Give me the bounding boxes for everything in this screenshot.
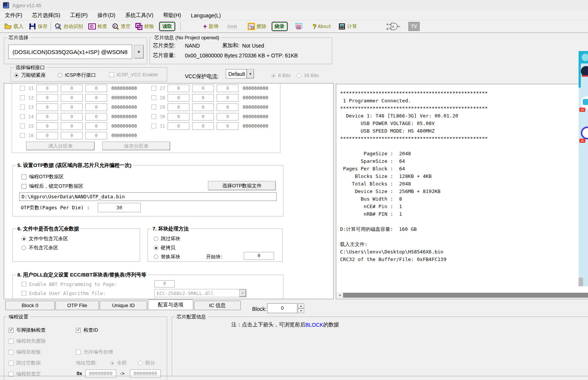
redundant-include-radio[interactable]: 文件中包含冗余区 (22, 235, 68, 242)
partition-value-input: 0 (85, 122, 107, 130)
pin-check-checkbox[interactable]: 引脚接触检查 (9, 327, 46, 334)
burn-button[interactable]: 烧录 (272, 22, 288, 31)
redundant-exclude-radio-circle[interactable] (22, 246, 26, 250)
menu-language[interactable]: Language(L) (186, 11, 226, 20)
log-panel: ****************************************… (336, 84, 588, 299)
svg-text:Y: Y (399, 25, 400, 28)
choose-otp-file-button[interactable]: 选择OTP数据文件 (208, 181, 276, 190)
add-button[interactable]: + 新增 (203, 23, 219, 31)
otp-path-input[interactable]: D:\Xgpro\UserData\NAND\OTP_data.bin (19, 192, 277, 201)
toolbar: 载入 保存 自动识别 ID 检查 F 查空 校验 读取 + 新增 RAM 擦除 … (0, 20, 588, 33)
partition-value-input: 0 (36, 132, 58, 139)
tab-block0[interactable]: Block 0 (5, 301, 55, 310)
tv-label: TV (411, 24, 417, 29)
chip-icon (295, 23, 303, 30)
chip-info-group-label: 芯片信息 (No Project opened) (153, 34, 221, 41)
erase-button[interactable]: 擦除 (248, 23, 266, 30)
replace-badblock-radio-circle[interactable] (154, 255, 158, 259)
auto-identify-button[interactable]: 自动识别 (54, 23, 83, 30)
partition-value-input: 0 (36, 94, 58, 102)
side-panel-app-icon-1[interactable] (581, 96, 588, 109)
verify-button[interactable]: 校验 (135, 23, 154, 30)
check-id-button[interactable]: ID 检查 (88, 23, 107, 30)
folder-open-icon (5, 23, 12, 30)
replace-badblock-radio[interactable]: 替换坏块 (154, 253, 180, 260)
logic-gate-button[interactable]: AB&Y (386, 22, 400, 31)
auto-increment-label: 允许编号自增 (83, 349, 113, 355)
blank-check-button[interactable]: F 查空 (112, 23, 131, 30)
tab-ic-info[interactable]: IC 信息 (194, 301, 241, 310)
id-check-checkbox[interactable]: 检查ID (76, 327, 98, 334)
tv-button[interactable]: TV (408, 22, 420, 31)
calc-button[interactable]: 计算 (338, 23, 357, 30)
partition-value-input: 0 (85, 94, 107, 102)
socket-radio[interactable]: 万能锁紧座 (14, 72, 46, 79)
socket-radio-circle[interactable] (14, 73, 18, 77)
hardcopy-radio[interactable]: 硬拷贝 (154, 244, 175, 251)
tab-unique-id[interactable]: Unique ID (100, 301, 147, 310)
scroll-left-arrow[interactable]: ◄ (337, 292, 343, 298)
menu-chip-select[interactable]: 芯片选择(S) (27, 11, 65, 20)
scrollbar-thumb[interactable] (343, 293, 588, 298)
hardcopy-radio-circle[interactable] (154, 246, 158, 250)
save-button[interactable]: 保存 (29, 23, 48, 30)
tab-config-options[interactable]: 配置与选项 (148, 300, 193, 310)
side-panel-pill-icon[interactable] (582, 54, 588, 61)
chip-tool-button[interactable] (295, 23, 303, 30)
tab-otp-file[interactable]: OTP File (55, 301, 99, 310)
otp-lock-checkbox[interactable]: 编程后，锁定OTP数据区 (22, 183, 83, 190)
start-block-input[interactable]: 0 (244, 252, 274, 260)
read-button[interactable]: 读取 (159, 22, 175, 31)
block-down-button[interactable]: ▼ (298, 308, 304, 313)
side-panel-app-icon-2[interactable] (581, 127, 588, 139)
chip-select-combobox[interactable]: (DOSILICON)DS35Q2GA(x1+ISP) @WSON8 (8, 45, 132, 59)
icsp-radio-circle[interactable] (58, 73, 62, 77)
redundant-include-label: 文件中包含冗余区 (29, 235, 68, 242)
config-panel[interactable]: 11 0 0 0 000000000 12 0 0 0 000000000 13… (4, 83, 334, 299)
block-input[interactable]: 0 (267, 303, 297, 313)
load-button[interactable]: 载入 (5, 23, 23, 30)
menu-file[interactable]: 文件(F) (0, 11, 27, 20)
otp-pages-input[interactable]: 30 (98, 203, 141, 212)
otp-group-title: 5. 设置OTP数据 (该区域内容,芯片只允许编程一次) (16, 162, 133, 169)
skip-badblock-radio[interactable]: 跳过坏块 (154, 235, 180, 242)
interface-group: 选择编程接口 万能锁紧座 ICSP串行接口 ICSP_VCC Enable (11, 67, 167, 82)
block-up-button[interactable]: ▲ (298, 303, 304, 308)
partition-value-input: 0 (192, 94, 214, 102)
skip-blank-label: 跳过空数据 (16, 360, 41, 366)
blank-check-icon: F (112, 23, 119, 30)
otp-program-checkbox-box[interactable] (22, 175, 26, 179)
dll-group-title: 8. 用户DLL自定义设置 ECC/BBT坏块表/替换表/序列号等 (16, 272, 148, 278)
partition-left-rows: 11 0 0 0 000000000 12 0 0 0 000000000 13… (19, 84, 149, 141)
floating-side-panel[interactable]: 20 20 (579, 51, 588, 286)
id-check-checkbox-box[interactable] (76, 328, 81, 333)
vcc-dropdown-button[interactable]: ▼ (247, 69, 254, 79)
window-title: Xgpro v12.45 (12, 3, 41, 8)
menu-operation[interactable]: 操作(D) (92, 11, 120, 20)
partition-row-id: 28 (160, 95, 165, 100)
partition-row-checkbox (151, 114, 156, 119)
menu-project[interactable]: 工程(P) (65, 11, 93, 20)
addr-to-input: 00000000 (130, 369, 161, 378)
block-label: Block: (252, 306, 266, 312)
pin-check-checkbox-box[interactable] (9, 328, 14, 333)
chip-select-dropdown-button[interactable]: ▼ (134, 45, 144, 59)
about-button[interactable]: ? About (312, 23, 332, 30)
vcc-combobox[interactable]: Default (226, 69, 247, 79)
partition-row-id: 15 (28, 124, 34, 129)
otp-program-checkbox[interactable]: 编程OTP数据区 (22, 173, 64, 180)
socket-radio-label: 万能锁紧座 (21, 72, 46, 79)
partition-value-input: 0 (36, 122, 58, 130)
redundant-exclude-radio[interactable]: 不包含冗余区 (22, 244, 58, 251)
log-horizontal-scrollbar[interactable]: ◄ (337, 292, 588, 298)
menu-help[interactable]: 帮助(H) (158, 11, 186, 20)
partition-value-input: 0 (85, 132, 107, 139)
skip-badblock-radio-circle[interactable] (154, 236, 158, 241)
partition-value-input: 0 (36, 103, 58, 111)
otp-lock-checkbox-box[interactable] (22, 184, 26, 189)
menu-system-tools[interactable]: 系统工具(V) (120, 11, 159, 20)
icsp-radio[interactable]: ICSP串行接口 (58, 72, 96, 79)
verify-after-label: 编程后校验 (16, 349, 41, 355)
redundant-include-radio-circle[interactable] (22, 236, 26, 241)
partition-value-input: 0 (85, 103, 107, 111)
